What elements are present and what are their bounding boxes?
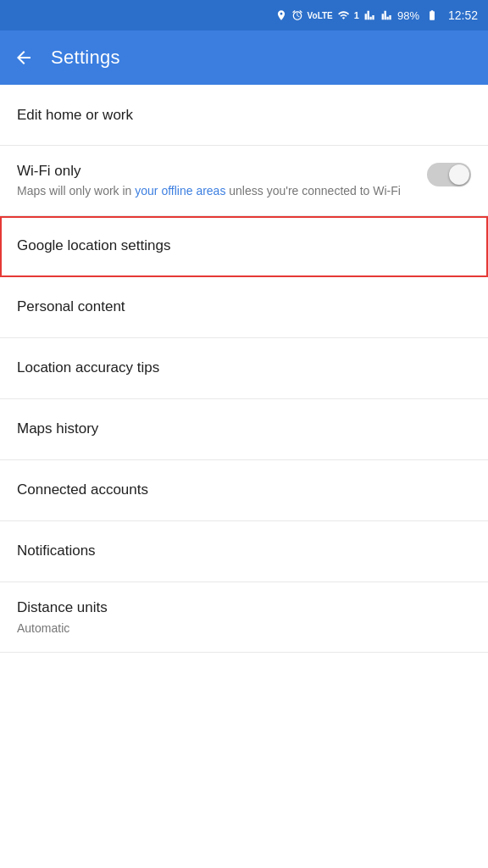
app-bar: Settings: [0, 31, 488, 85]
settings-item-text: Edit home or work: [17, 107, 471, 124]
settings-item-edit-home-work[interactable]: Edit home or work: [0, 85, 488, 146]
settings-item-distance-units[interactable]: Distance units Automatic: [0, 582, 488, 653]
status-time: 12:52: [448, 8, 478, 22]
settings-item-title: Distance units: [17, 599, 471, 616]
settings-item-title: Notifications: [17, 542, 471, 559]
settings-item-title: Edit home or work: [17, 107, 471, 124]
battery-icon: [424, 9, 441, 21]
settings-item-subtitle: Automatic: [17, 621, 471, 635]
settings-item-notifications[interactable]: Notifications: [0, 521, 488, 582]
notification-badge: 1: [354, 10, 359, 20]
settings-item-maps-history[interactable]: Maps history: [0, 399, 488, 460]
settings-item-text: Connected accounts: [17, 481, 471, 498]
offline-areas-link[interactable]: your offline areas: [135, 184, 225, 198]
wifi-icon: [337, 9, 350, 21]
back-button[interactable]: [14, 47, 34, 68]
settings-item-title: Maps history: [17, 420, 471, 437]
volte-icon: VoLTE: [308, 11, 333, 20]
settings-item-text: Maps history: [17, 420, 471, 437]
settings-item-subtitle: Maps will only work in your offline area…: [17, 183, 427, 200]
settings-item-text: Google location settings: [17, 237, 471, 254]
settings-item-location-accuracy-tips[interactable]: Location accuracy tips: [0, 338, 488, 399]
status-bar: VoLTE 1 98% 12:52: [0, 0, 488, 31]
settings-item-google-location-settings[interactable]: Google location settings: [0, 216, 488, 277]
settings-item-title: Google location settings: [17, 237, 471, 254]
status-icons: VoLTE 1 98% 12:52: [275, 8, 478, 22]
signal-icon: [363, 9, 377, 21]
settings-list: Edit home or work Wi-Fi only Maps will o…: [0, 85, 488, 653]
settings-item-text: Notifications: [17, 542, 471, 559]
settings-item-text: Wi-Fi only Maps will only work in your o…: [17, 161, 427, 200]
settings-item-text: Distance units Automatic: [17, 599, 471, 635]
settings-item-personal-content[interactable]: Personal content: [0, 277, 488, 338]
settings-item-title: Wi-Fi only: [17, 163, 427, 180]
settings-item-title: Location accuracy tips: [17, 359, 471, 376]
settings-item-text: Personal content: [17, 298, 471, 315]
location-icon: [275, 9, 287, 21]
battery-percent: 98%: [397, 9, 419, 22]
signal2-icon: [381, 9, 393, 21]
settings-item-wifi-only[interactable]: Wi-Fi only Maps will only work in your o…: [0, 146, 488, 216]
page-title: Settings: [51, 47, 120, 69]
settings-item-title: Connected accounts: [17, 481, 471, 498]
toggle-knob: [449, 164, 469, 185]
settings-item-text: Location accuracy tips: [17, 359, 471, 376]
alarm-icon: [291, 9, 303, 21]
settings-item-title: Personal content: [17, 298, 471, 315]
wifi-only-toggle[interactable]: [427, 163, 471, 186]
settings-item-connected-accounts[interactable]: Connected accounts: [0, 460, 488, 521]
